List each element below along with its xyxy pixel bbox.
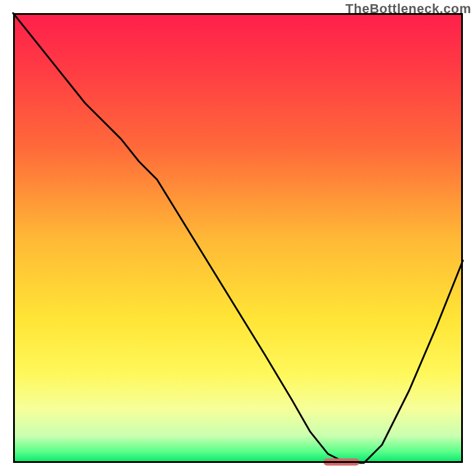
optimal-marker [324, 458, 359, 465]
bottleneck-curve [13, 13, 463, 463]
watermark-text: TheBottleneck.com [346, 1, 471, 17]
plot-area [13, 13, 463, 463]
curve-layer [13, 13, 463, 463]
chart-canvas: TheBottleneck.com [0, 0, 476, 476]
